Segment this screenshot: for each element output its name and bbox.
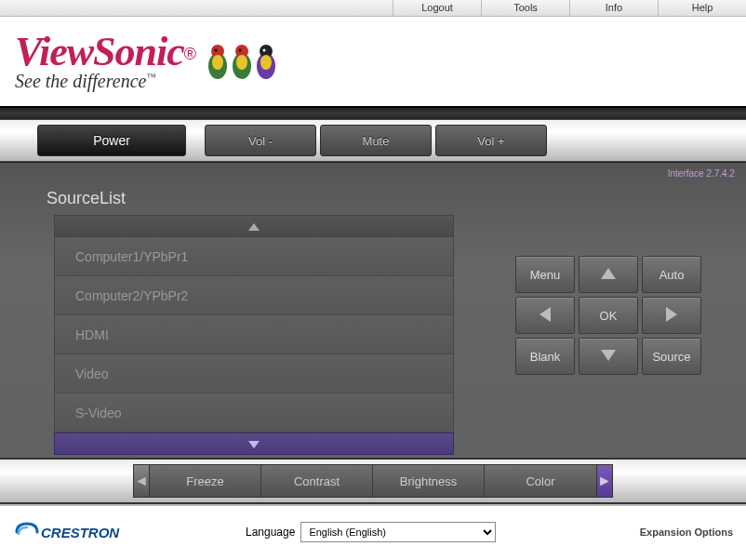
source-item[interactable]: S-Video <box>55 393 453 433</box>
svg-point-3 <box>214 49 217 52</box>
volume-down-button[interactable]: Vol - <box>205 125 316 156</box>
volume-up-button[interactable]: Vol + <box>435 125 547 156</box>
source-item[interactable]: Computer1/YPbPr1 <box>55 237 453 276</box>
svg-point-6 <box>236 55 247 70</box>
tab-brightness[interactable]: Brightness <box>373 465 485 497</box>
svg-point-7 <box>238 49 241 52</box>
registered-icon: ® <box>184 44 196 62</box>
svg-marker-12 <box>248 223 260 231</box>
birds-icon <box>206 42 278 81</box>
auto-button[interactable]: Auto <box>642 256 701 293</box>
logout-link[interactable]: Logout <box>393 0 481 16</box>
svg-marker-14 <box>601 268 616 279</box>
arrow-down-button[interactable] <box>579 338 638 375</box>
tab-color[interactable]: Color <box>485 465 596 497</box>
chevron-left-icon: ◄ <box>134 473 149 489</box>
arrow-left-button[interactable] <box>515 297 575 334</box>
arrow-down-icon <box>601 350 616 364</box>
ok-button[interactable]: OK <box>579 297 638 334</box>
crestron-swirl-icon <box>15 522 39 542</box>
menu-button[interactable]: Menu <box>515 256 575 293</box>
svg-marker-16 <box>666 307 677 322</box>
footer: CRESTRON Language English (English) Expa… <box>0 504 746 558</box>
language-label: Language <box>246 526 295 539</box>
keypad: Menu Auto OK Blank Source <box>515 256 701 375</box>
power-button[interactable]: Power <box>37 125 186 156</box>
source-list: Computer1/YPbPr1 Computer2/YPbPr2 HDMI V… <box>54 215 454 455</box>
source-item[interactable]: HDMI <box>55 315 453 354</box>
chevron-down-icon <box>248 435 260 452</box>
tab-freeze[interactable]: Freeze <box>150 465 261 497</box>
arrow-up-icon <box>601 268 616 282</box>
sourcelist-scroll-up[interactable] <box>54 215 454 237</box>
sourcelist-title: SourceList <box>47 189 126 208</box>
language-control: Language English (English) <box>246 522 496 542</box>
chevron-right-icon: ► <box>597 473 612 489</box>
svg-point-10 <box>260 55 272 70</box>
arrow-left-icon <box>540 307 551 325</box>
source-item[interactable]: Video <box>55 354 453 393</box>
interface-version: Interface 2.7.4.2 <box>668 168 735 179</box>
tab-contrast[interactable]: Contrast <box>261 465 373 497</box>
top-nav: Logout Tools Info Help <box>0 0 746 17</box>
source-button[interactable]: Source <box>642 338 701 375</box>
svg-marker-13 <box>248 441 260 448</box>
arrow-right-button[interactable] <box>642 297 701 334</box>
tab-bar: ◄ Freeze Contrast Brightness Color ► <box>0 458 746 504</box>
crestron-logo: CRESTRON <box>15 522 119 542</box>
tabs-scroll-right[interactable]: ► <box>596 464 613 498</box>
source-item[interactable]: Computer2/YPbPr2 <box>55 276 453 315</box>
trademark-icon: ™ <box>146 72 155 82</box>
tabs-scroll-left: ◄ <box>133 464 150 498</box>
help-link[interactable]: Help <box>658 0 746 16</box>
crestron-text: CRESTRON <box>41 525 119 540</box>
chevron-up-icon <box>248 218 260 234</box>
arrow-up-button[interactable] <box>579 256 638 293</box>
tools-link[interactable]: Tools <box>481 0 569 16</box>
brand-text: ViewSonic <box>15 29 184 74</box>
mute-button[interactable]: Mute <box>320 125 432 156</box>
blank-button[interactable]: Blank <box>515 338 575 375</box>
svg-marker-17 <box>601 350 616 361</box>
tabs: Freeze Contrast Brightness Color <box>150 464 596 498</box>
arrow-right-icon <box>666 307 677 325</box>
logo-area: ViewSonic® See the difference™ <box>0 17 746 108</box>
divider-band <box>0 108 746 119</box>
svg-marker-15 <box>540 307 551 322</box>
expansion-options-link[interactable]: Expansion Options <box>640 527 733 538</box>
info-link[interactable]: Info <box>569 0 658 16</box>
main-panel: Interface 2.7.4.2 SourceList Computer1/Y… <box>0 162 746 504</box>
tagline-text: See the difference <box>15 71 146 91</box>
language-select[interactable]: English (English) <box>300 522 496 542</box>
sourcelist-items: Computer1/YPbPr1 Computer2/YPbPr2 HDMI V… <box>54 237 454 433</box>
viewsonic-logo: ViewSonic® See the difference™ <box>15 32 196 92</box>
svg-point-2 <box>212 55 223 70</box>
svg-point-11 <box>262 49 265 52</box>
sourcelist-scroll-down[interactable] <box>54 433 454 455</box>
control-bar: Power Vol - Mute Vol + <box>0 119 746 162</box>
